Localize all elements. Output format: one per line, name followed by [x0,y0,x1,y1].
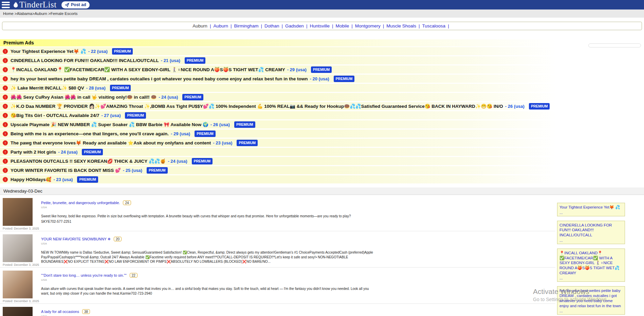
premium-ad-age-location: - 24 (usa) [159,95,178,100]
premium-ad-row[interactable]: 📍INCALL OAKLAND📍 ✅FACETIME/CAR✅ WITH A S… [0,65,557,74]
menu-icon[interactable] [2,2,10,8]
premium-ad-title[interactable]: The pawg that everyone loves🦊 Ready and … [11,140,211,145]
city-link[interactable]: Tuscaloosa [422,23,446,28]
listing-item: A lady for all occasions 38 USA [0,304,555,316]
premium-ad-row[interactable]: The pawg that everyone loves🦊 Ready and … [0,139,557,147]
sidebar-ad-card[interactable]: hey its your best wettes petite baby DRE… [557,286,625,315]
premium-ad-title[interactable]: YOUR WINTER FAVORITE IS BACK DONT MISS 💕 [11,167,121,173]
listing-photo-column: Posted: December 3, 2025 [3,234,37,266]
city-separator: | [332,23,333,28]
listings-list: Posted: December 3, 2025 Petite, brunett… [0,195,555,316]
city-separator: | [231,23,232,28]
premium-ad-age-location: - 22 (usa) [88,49,108,54]
premium-ad-title[interactable]: Upscale Playmate 🎉 NEW NUMBER 💦 Super So… [11,122,208,127]
city-separator: | [448,23,449,28]
premium-ad-age-location: - 27 (usa) [101,113,121,118]
premium-ad-row[interactable]: Upscale Playmate 🎉 NEW NUMBER 💦 Super So… [0,120,557,129]
up-arrow-icon [3,140,8,145]
city-separator: | [306,23,308,28]
premium-ad-row[interactable]: Being with me is an experience—one that … [0,130,557,138]
listing-item: Posted: December 3, 2025 Petite, brunett… [0,195,555,231]
breadcrumb-text: Home >Alabama>Auburn >Female Escorts [3,12,78,16]
site-logo[interactable]: TinderList [13,0,57,9]
premium-ad-title[interactable]: Being with me is an experience—one that … [11,131,169,136]
city-link[interactable]: Huntsville [310,23,330,28]
listing-title-link[interactable]: Petite, brunette, and dangerously unforg… [41,201,120,205]
sidebar-ad-card[interactable]: CINDERELLA LOOKING FOR FUN!!! OAKLAND!!!… [557,221,625,244]
city-link[interactable]: Muscle Shoals [386,23,416,28]
premium-ad-row[interactable]: Party with 2 Hot girls - 24 (usa) PREMIU… [0,148,557,156]
premium-badge: PREMIUM [195,131,216,137]
premium-ad-row[interactable]: YOUR WINTER FAVORITE IS BACK DONT MISS 💕… [0,166,557,174]
listing-title-link[interactable]: YOUR NEW FAVORITE SNOWBUNNY ❄ [41,237,111,241]
city-link[interactable]: Auburn [192,23,207,28]
premium-ad-row[interactable]: hey its your best wettes petite baby DRE… [0,75,557,83]
up-arrow-icon [3,95,8,100]
sidebar-ad-more[interactable]: ... [559,211,623,215]
premium-ad-age-location: - 24 (usa) [168,159,187,164]
sidebar-ad-title[interactable]: Your Tightest Experience Yet🦊 💦 [559,205,623,210]
listing-body: "“Don't stare too long… unless you're re… [37,271,377,303]
city-link[interactable]: Montgomery [355,23,381,28]
post-ad-button[interactable]: Post ad [61,1,90,8]
premium-ad-row[interactable]: 🌺🌺 Sexy CuRvy Asian 🌺🌺 in call 🤟 visitin… [0,93,557,101]
premium-ad-row[interactable]: CINDERELLA LOOKING FOR FUN!!! OAKLAND!!!… [0,56,557,64]
up-arrow-icon [3,104,8,109]
city-nav: Auburn | Auburn | Birmingham | Dothan | … [2,22,642,30]
listing-photo[interactable] [3,307,33,316]
listing-title-link[interactable]: A lady for all occasions [41,310,79,314]
listing-title-link[interactable]: "“Don't stare too long… unless you're re… [41,273,127,277]
floating-scrollbar[interactable] [588,43,641,47]
listing-photo[interactable] [3,198,33,226]
premium-badge: PREMIUM [77,176,98,183]
sidebar-premium-ads: Your Tightest Experience Yet🦊 💦 ... CIND… [557,203,625,316]
premium-ad-title[interactable]: ✨K.O Daa NUMBER 🏆 PROVIDER 👩🏻✨💕AMAZING T… [11,103,503,109]
sidebar-ad-more[interactable]: ... [559,309,623,313]
breadcrumb[interactable]: Home >Alabama>Auburn >Female Escorts [0,9,644,18]
listing-country: USA [41,278,377,281]
premium-badge: PREMIUM [125,112,146,119]
premium-ad-row[interactable]: PLEASANTON OUTCALLS !! SEXY KOREAN💋 THIC… [0,157,557,165]
premium-ad-title[interactable]: CINDERELLA LOOKING FOR FUN!!! OAKLAND!!!… [11,58,159,63]
city-link[interactable]: Dothan [264,23,279,28]
city-link[interactable]: Gadsden [285,23,304,28]
premium-badge: PREMIUM [147,167,168,174]
premium-ad-row[interactable]: ✨K.O Daa NUMBER 🏆 PROVIDER 👩🏻✨💕AMAZING T… [0,102,557,110]
listing-photo[interactable] [3,271,33,298]
premium-ad-row[interactable]: 😘Big Tits Girl - OUTCALL Available 24/7 … [0,111,557,119]
premium-ad-age-location: - 20 (usa) [310,76,329,81]
premium-badge: PREMIUM [529,103,550,110]
sidebar-ad-title[interactable]: CINDERELLA LOOKING FOR FUN!!! OAKLAND!!!… [559,223,623,238]
premium-ad-row[interactable]: ✨ Lake Merritt INCALL✨ $80 QV - 28 (usa)… [0,84,557,92]
age-badge: 20 [114,237,122,241]
up-arrow-icon [3,85,8,91]
premium-ad-age-location: - 28 (usa) [86,85,106,91]
sidebar-ad-more[interactable]: ... [559,276,623,280]
premium-ad-title[interactable]: Your Tightest Experience Yet🦊 💦 [11,48,86,54]
listing-photo[interactable] [3,234,33,262]
sidebar-ad-title[interactable]: 📍INCALL OAKLAND📍 ✅FACETIME/CAR✅ WITH A S… [559,251,623,276]
premium-ad-title[interactable]: 📍INCALL OAKLAND📍 ✅FACETIME/CAR✅ WITH A S… [11,67,285,72]
city-link[interactable]: Birmingham [234,23,258,28]
premium-ad-title[interactable]: Party with 2 Hot girls [11,150,56,155]
premium-ad-title[interactable]: Happy HOlidays🥰 [11,177,51,182]
sidebar-ad-title[interactable]: hey its your best wettes petite baby DRE… [559,288,623,308]
premium-ad-title[interactable]: ✨ Lake Merritt INCALL✨ $80 QV [11,85,84,91]
sidebar-ad-more[interactable]: ... [559,238,623,242]
listing-body: A lady for all occasions 38 USA [37,307,90,316]
sidebar-ad-card[interactable]: Your Tightest Experience Yet🦊 💦 ... [557,203,625,216]
premium-ad-row[interactable]: Your Tightest Experience Yet🦊 💦 - 22 (us… [0,47,557,55]
premium-ad-row[interactable]: Happy HOlidays🥰 - 23 (usa) PREMIUM [0,175,557,183]
sidebar-ad-card[interactable]: 📍INCALL OAKLAND📍 ✅FACETIME/CAR✅ WITH A S… [557,249,625,282]
city-link[interactable]: Mobile [335,23,349,28]
up-arrow-icon [3,159,8,164]
premium-ad-title[interactable]: PLEASANTON OUTCALLS !! SEXY KOREAN💋 THIC… [11,158,166,164]
premium-ads-header: Premium Ads [0,39,557,46]
city-link[interactable]: Auburn [213,23,228,28]
premium-ad-title[interactable]: 😘Big Tits Girl - OUTCALL Available 24/7 [11,113,99,118]
premium-ad-age-location: - 24 (usa) [58,150,77,155]
premium-ad-title[interactable]: 🌺🌺 Sexy CuRvy Asian 🌺🌺 in call 🤟 visitin… [11,94,157,100]
listing-photo-column: Posted: December 3, 2025 [3,198,37,230]
premium-ad-title[interactable]: hey its your best wettes petite baby DRE… [11,76,308,81]
city-separator: | [383,23,384,28]
